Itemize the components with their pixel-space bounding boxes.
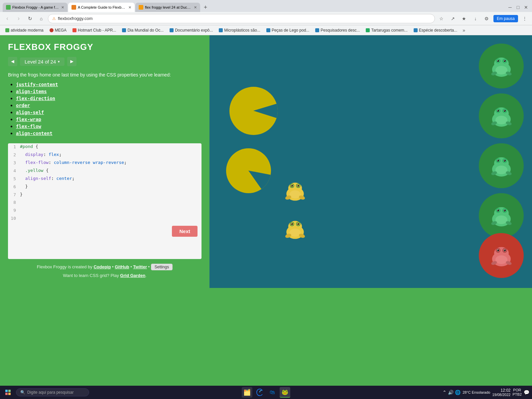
bookmark-docum[interactable]: Documentário expô... [167, 27, 215, 33]
svg-point-75 [497, 209, 499, 211]
close-button[interactable]: ✕ [523, 4, 529, 11]
property-align-items: align-items [16, 88, 201, 94]
extensions-button[interactable]: ⚙ [482, 14, 491, 23]
taskbar-edge[interactable] [254, 387, 265, 398]
browser-tabs-bar: Flexbox Froggy - A game for lea... ✕ A C… [0, 0, 532, 12]
footer: Flexbox Froggy is created by Codepip • G… [8, 259, 201, 272]
minimize-button[interactable]: ─ [507, 4, 513, 11]
tab-1[interactable]: Flexbox Froggy - A game for lea... ✕ [3, 3, 67, 12]
level-nav: ◄ Level 24 of 24 ▾ ► [8, 57, 201, 66]
line-content-1: #pond { [20, 144, 201, 149]
line-number-4: 4 [8, 168, 20, 173]
tab-3[interactable]: flex froggy level 24 at DuckDuck... ✕ [135, 3, 200, 12]
profile-button[interactable]: Em pausa [493, 15, 518, 22]
favorites-button[interactable]: ★ [460, 14, 469, 23]
svg-point-38 [497, 60, 498, 61]
bookmark-dia[interactable]: Dia Mundial do Oc... [119, 27, 166, 33]
tab-2[interactable]: A Complete Guide to Flexbox | C... ✕ [68, 3, 135, 12]
line-number-8: 8 [8, 200, 20, 205]
next-level-button[interactable]: ► [67, 57, 76, 66]
home-button[interactable]: ⌂ [37, 14, 46, 23]
address-bar[interactable]: ⚠ flexboxfroggy.com [48, 14, 435, 23]
bookmark-pesq[interactable]: Pesquisadores desc... [313, 27, 362, 33]
time-display[interactable]: 12:02 19/08/2022 [492, 388, 510, 397]
svg-point-12 [291, 185, 292, 186]
downloads-button[interactable]: ↓ [471, 14, 480, 23]
bookmark-tart[interactable]: Tartarugas comem... [363, 27, 410, 33]
target-pad-2 [479, 93, 524, 138]
svg-point-24 [297, 223, 299, 225]
grid-garden-link[interactable]: Grid Garden [120, 273, 145, 278]
svg-rect-95 [5, 390, 8, 392]
yellow-lily-pad-1 [229, 87, 278, 135]
bookmark-atividade[interactable]: atividade moderna [3, 27, 46, 33]
property-justify-content: justify-content [16, 81, 201, 87]
tab-2-close[interactable]: ✕ [128, 5, 131, 10]
settings-button[interactable]: Settings [151, 264, 173, 270]
code-line-3: 3 flex-flow: column-reverse wrap-reverse… [8, 159, 201, 167]
back-button[interactable]: ‹ [3, 14, 12, 23]
bookmark-mega[interactable]: MEGA [47, 27, 69, 33]
code-editor[interactable]: 1 #pond { 2 display: flex; 3 flex-flow: … [8, 143, 201, 259]
svg-point-50 [504, 110, 506, 112]
code-line-6: 6 } [8, 183, 201, 191]
line-number-5: 5 [8, 176, 20, 181]
bookmark-hotmart[interactable]: Hotmart Club - APR... [70, 27, 119, 33]
bookmarks-bar: atividade moderna MEGA Hotmart Club - AP… [0, 25, 532, 35]
security-icon: ⚠ [52, 16, 56, 21]
search-placeholder: Digite aqui para pesquisar [27, 390, 73, 395]
notifications-icon[interactable]: 💬 [524, 390, 529, 395]
svg-point-89 [504, 249, 506, 251]
code-line-10: 10 [8, 215, 201, 223]
code-line-7: 7 } [8, 191, 201, 199]
svg-point-49 [497, 110, 499, 112]
line-number-3: 3 [8, 160, 20, 165]
bookmark-star[interactable]: ☆ [437, 14, 446, 23]
next-button[interactable]: Next [172, 226, 198, 237]
new-tab-button[interactable]: + [201, 3, 210, 12]
bookmark-pecas[interactable]: Peças de Lego pod... [264, 27, 312, 33]
taskbar-search[interactable]: 🔍 Digite aqui para pesquisar [16, 388, 89, 396]
language-display: POR PTB2 [512, 388, 522, 397]
line-content-7: } [20, 192, 201, 197]
svg-point-78 [504, 210, 505, 210]
maximize-button[interactable]: □ [515, 4, 521, 11]
svg-point-40 [495, 66, 507, 74]
reload-button[interactable]: ↻ [25, 14, 35, 23]
level-indicator[interactable]: Level 24 of 24 ▾ [20, 58, 65, 66]
line-number-10: 10 [8, 216, 20, 221]
footer-sep1: • [112, 264, 115, 269]
weather-display: 28°C Ensolarado [463, 390, 490, 394]
svg-point-79 [495, 215, 507, 224]
twitter-link[interactable]: Twitter [133, 264, 147, 269]
svg-point-11 [297, 185, 299, 187]
bookmarks-overflow[interactable]: » [461, 27, 467, 34]
svg-point-23 [291, 223, 293, 225]
target-pad-1 [479, 44, 524, 88]
taskbar-explorer[interactable]: 🗂️ [242, 387, 252, 398]
svg-point-36 [497, 60, 499, 62]
svg-point-37 [504, 60, 506, 62]
svg-point-91 [504, 250, 505, 250]
taskbar-flexbox[interactable]: 🐸 [280, 387, 290, 398]
start-button[interactable] [3, 387, 13, 398]
bookmark-micro[interactable]: Microplásticos são... [216, 27, 263, 33]
dropdown-arrow-icon: ▾ [58, 60, 60, 64]
line-content-3: flex-flow: column-reverse wrap-reverse; [20, 160, 201, 165]
prev-level-button[interactable]: ◄ [8, 57, 17, 66]
line-content-5: align-self: center; [20, 176, 201, 181]
tab-1-close[interactable]: ✕ [61, 5, 64, 10]
url-text: flexboxfroggy.com [58, 16, 431, 21]
property-align-content: align-content [16, 130, 201, 136]
menu-button[interactable]: ⋮ [520, 14, 529, 23]
pond-panel [209, 35, 532, 288]
taskbar: 🔍 Digite aqui para pesquisar 🗂️ 🛍 🐸 ⌃ 🔊 [0, 386, 532, 399]
bookmark-especie[interactable]: Espécie descoberta... [411, 27, 460, 33]
tab-3-close[interactable]: ✕ [194, 5, 197, 10]
browser-toolbar: ‹ › ↻ ⌂ ⚠ flexboxfroggy.com ☆ ↗ ★ ↓ ⚙ Em… [0, 12, 532, 25]
forward-button[interactable]: › [14, 14, 23, 23]
codepip-link[interactable]: Codepip [93, 264, 111, 269]
taskbar-store[interactable]: 🛍 [267, 387, 278, 398]
share-button[interactable]: ↗ [448, 14, 458, 23]
github-link[interactable]: GitHub [115, 264, 129, 269]
